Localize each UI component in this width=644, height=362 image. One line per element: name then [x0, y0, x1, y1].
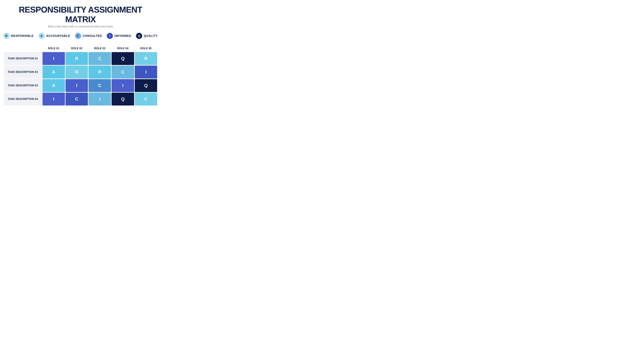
matrix-cell-r2-c4: C — [112, 66, 134, 78]
legend-item-i: I INFORMED — [107, 33, 131, 39]
matrix-cell-r1-c3: C — [88, 52, 111, 65]
table-row: TASK DESCRIPTION 02ARRCI — [4, 66, 157, 78]
matrix-cell-r1-c2: R — [66, 52, 88, 65]
page-subtitle: Make a big impact with our professional … — [48, 25, 113, 28]
matrix-cell-r2-c2: R — [66, 66, 88, 78]
legend-label-r: RESPONSIBLE — [11, 34, 34, 38]
legend-badge-c: C — [75, 33, 81, 39]
legend-badge-q: Q — [136, 33, 142, 39]
matrix-cell-r3-c4: I — [112, 79, 134, 92]
legend-item-r: R RESPONSIBLE — [4, 33, 34, 39]
page-title: RESPONSIBILITY ASSIGNMENT MATRIX — [3, 5, 158, 24]
legend-label-a: ACCOUNTABLE — [46, 34, 70, 38]
legend-item-c: C CONSULTED — [75, 33, 102, 39]
legend-item-a: A ACCOUNTABLE — [38, 33, 70, 39]
legend-label-q: QUALITY — [144, 34, 158, 38]
legend-badge-i: I — [107, 33, 113, 39]
task-label-4: TASK DESCRIPTION 04 — [4, 93, 42, 106]
col-header-empty — [4, 45, 42, 51]
legend-badge-r: R — [4, 33, 10, 39]
legend-label-c: CONSULTED — [83, 34, 102, 38]
legend-item-q: Q QUALITY — [136, 33, 158, 39]
legend: R RESPONSIBLE A ACCOUNTABLE C CONSULTED … — [4, 33, 158, 39]
table-row: TASK DESCRIPTION 04ICIQC — [4, 93, 157, 106]
col-header-3: ROLE 03 — [88, 45, 111, 51]
matrix-cell-r1-c1: I — [42, 52, 65, 65]
matrix-cell-r4-c2: C — [66, 93, 88, 106]
table-row: TASK DESCRIPTION 03AICIQ — [4, 79, 157, 92]
col-header-5: ROLE 05 — [135, 45, 157, 51]
matrix-cell-r3-c2: I — [66, 79, 88, 92]
col-header-4: ROLE 04 — [112, 45, 134, 51]
matrix-cell-r2-c1: A — [42, 66, 65, 78]
matrix-cell-r2-c5: I — [135, 66, 157, 78]
matrix-cell-r3-c1: A — [42, 79, 65, 92]
legend-label-i: INFORMED — [114, 34, 131, 38]
legend-badge-a: A — [38, 33, 44, 39]
matrix-cell-r4-c4: Q — [112, 93, 134, 106]
matrix-cell-r1-c4: Q — [112, 52, 134, 65]
matrix-cell-r1-c5: R — [135, 52, 157, 65]
matrix-table: ROLE 01ROLE 02ROLE 03ROLE 04ROLE 05TASK … — [3, 45, 158, 106]
task-label-1: TASK DESCRIPTION 01 — [4, 52, 42, 65]
matrix-cell-r3-c5: Q — [135, 79, 157, 92]
matrix-cell-r4-c1: I — [42, 93, 65, 106]
matrix-container: ROLE 01ROLE 02ROLE 03ROLE 04ROLE 05TASK … — [3, 45, 158, 106]
table-row: TASK DESCRIPTION 01IRCQR — [4, 52, 157, 65]
matrix-cell-r4-c5: C — [135, 93, 157, 106]
task-label-2: TASK DESCRIPTION 02 — [4, 66, 42, 78]
matrix-cell-r4-c3: I — [88, 93, 111, 106]
task-label-3: TASK DESCRIPTION 03 — [4, 79, 42, 92]
matrix-cell-r3-c3: C — [88, 79, 111, 92]
matrix-cell-r2-c3: R — [88, 66, 111, 78]
col-header-1: ROLE 01 — [42, 45, 65, 51]
col-header-2: ROLE 02 — [66, 45, 88, 51]
